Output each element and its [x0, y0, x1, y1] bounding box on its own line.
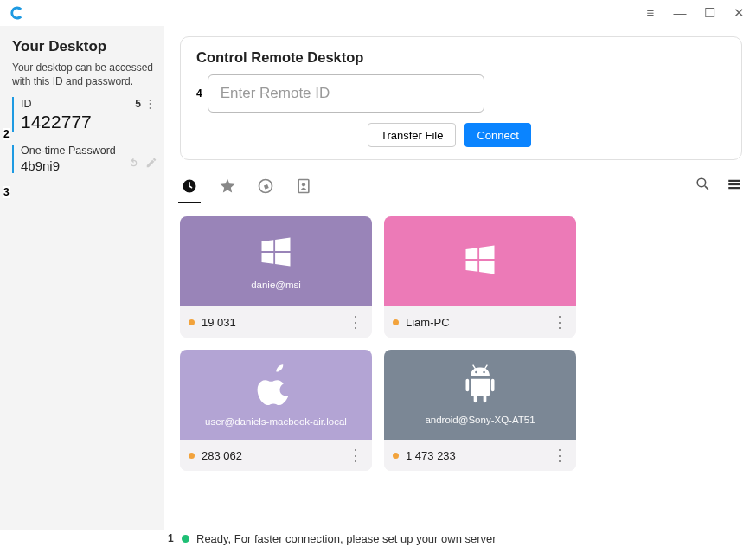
otp-section: One-time Password 4b9ni9	[12, 145, 156, 173]
sidebar: Your Desktop Your desktop can be accesse…	[0, 26, 164, 530]
app-logo-icon	[9, 4, 26, 22]
peer-grid: danie@msi19 031⋮Liam-PC⋮user@daniels-mac…	[180, 216, 742, 471]
peer-username: android@Sony-XQ-AT51	[425, 415, 535, 425]
badge-3: 3	[3, 186, 10, 198]
peer-card[interactable]: danie@msi19 031⋮	[180, 216, 372, 338]
peer-top	[384, 216, 576, 306]
svg-rect-8	[728, 187, 740, 189]
svg-point-3	[302, 183, 305, 186]
id-menu-icon[interactable]: ⋮	[144, 97, 156, 110]
badge-2: 2	[3, 128, 10, 140]
peer-bar: Liam-PC⋮	[384, 306, 576, 338]
svg-line-5	[705, 186, 708, 190]
peer-id: 283 062	[202, 449, 242, 462]
peer-top: danie@msi	[180, 216, 372, 306]
windows-icon	[257, 233, 295, 274]
menu-icon[interactable]: ≡	[640, 5, 661, 21]
content-area: Control Remote Desktop 4 Transfer File C…	[164, 26, 756, 530]
peer-id: 1 473 233	[406, 449, 456, 462]
transfer-file-button[interactable]: Transfer File	[368, 123, 456, 147]
badge-5: 5	[135, 98, 141, 110]
control-title: Control Remote Desktop	[196, 49, 726, 66]
statusbar: 1 Ready, For faster connection, please s…	[0, 530, 756, 547]
remote-id-input[interactable]	[208, 74, 484, 113]
peer-card[interactable]: user@daniels-macbook-air.local283 062⋮	[180, 350, 372, 471]
badge-1: 1	[168, 532, 174, 544]
tabs-row	[180, 174, 742, 203]
id-section: ID 5 ⋮ 1422777	[12, 97, 156, 132]
close-button[interactable]: ✕	[728, 5, 749, 21]
tab-recent[interactable]	[180, 177, 199, 196]
status-link[interactable]: For faster connection, please set up you…	[234, 532, 497, 545]
refresh-icon[interactable]	[127, 157, 140, 173]
status-dot-icon	[189, 319, 195, 325]
peer-top: android@Sony-XQ-AT51	[384, 350, 576, 440]
badge-4: 4	[196, 87, 202, 100]
peer-id: Liam-PC	[406, 316, 450, 329]
otp-label: One-time Password	[21, 145, 116, 157]
sidebar-description: Your desktop can be accessed with this I…	[12, 61, 156, 88]
peer-bar: 19 031⋮	[180, 306, 372, 338]
edit-icon[interactable]	[145, 157, 157, 173]
maximize-button[interactable]: ☐	[699, 5, 720, 21]
peer-id: 19 031	[202, 316, 236, 329]
tab-favorites[interactable]	[218, 177, 237, 196]
sidebar-title: Your Desktop	[12, 38, 156, 55]
svg-rect-6	[728, 179, 740, 181]
status-indicator-icon	[182, 535, 189, 543]
peer-top: user@daniels-macbook-air.local	[180, 350, 372, 440]
android-icon	[461, 364, 499, 409]
tab-addressbook[interactable]	[294, 177, 313, 196]
status-dot-icon	[393, 319, 399, 325]
apple-icon	[257, 363, 295, 411]
id-value[interactable]: 1422777	[21, 112, 156, 132]
search-icon[interactable]	[695, 176, 711, 196]
view-toggle-icon[interactable]	[727, 177, 742, 196]
titlebar: ≡ — ☐ ✕	[0, 0, 756, 26]
peer-card[interactable]: android@Sony-XQ-AT511 473 233⋮	[384, 350, 576, 471]
svg-point-4	[697, 178, 706, 187]
peer-card[interactable]: Liam-PC⋮	[384, 216, 576, 338]
peer-username: user@daniels-macbook-air.local	[205, 416, 347, 427]
connect-button[interactable]: Connect	[464, 123, 530, 147]
status-prefix: Ready,	[196, 532, 234, 545]
tab-discovered[interactable]	[256, 177, 275, 196]
peer-username: danie@msi	[251, 280, 301, 290]
control-card: Control Remote Desktop 4 Transfer File C…	[180, 36, 742, 160]
peer-bar: 283 062⋮	[180, 440, 372, 471]
minimize-button[interactable]: —	[670, 5, 690, 21]
peer-bar: 1 473 233⋮	[384, 440, 576, 471]
id-label: ID	[21, 98, 32, 110]
status-dot-icon	[189, 453, 195, 459]
svg-rect-7	[728, 183, 740, 184]
status-dot-icon	[393, 453, 399, 459]
windows-icon	[461, 241, 499, 282]
